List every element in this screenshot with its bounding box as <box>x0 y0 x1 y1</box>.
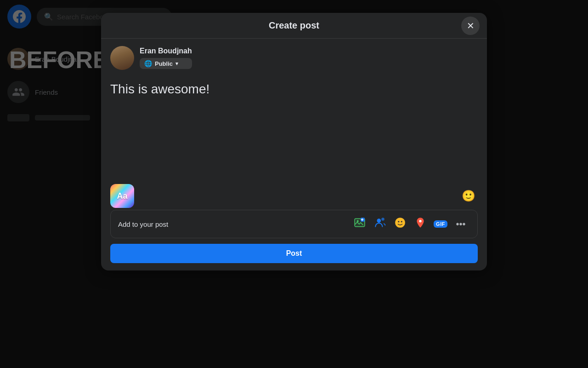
modal-header: Create post ✕ <box>101 13 487 39</box>
post-text: This is awesome! <box>110 77 478 101</box>
photo-video-button[interactable] <box>351 215 369 233</box>
svg-point-6 <box>395 218 405 228</box>
create-post-modal: Create post ✕ Eran Boudjnah 🌐 Public ▾ <box>101 13 487 270</box>
feeling-icon <box>394 217 406 231</box>
add-to-post-bar: Add to your post <box>110 210 478 238</box>
user-avatar <box>110 46 134 70</box>
tag-icon <box>374 217 386 231</box>
post-button[interactable]: Post <box>110 244 478 263</box>
post-content-area[interactable]: This is awesome! <box>110 77 478 180</box>
user-name: Eran Boudjnah <box>140 47 192 55</box>
user-row: Eran Boudjnah 🌐 Public ▾ <box>110 46 478 70</box>
more-options-button[interactable]: ••• <box>452 215 470 233</box>
svg-point-4 <box>377 218 381 223</box>
emoji-button[interactable]: 🙂 <box>459 187 478 205</box>
modal-title: Create post <box>269 20 319 31</box>
audience-button[interactable]: 🌐 Public ▾ <box>140 58 192 69</box>
photo-icon <box>354 217 366 231</box>
feeling-button[interactable] <box>391 215 409 233</box>
gif-button[interactable]: GIF <box>431 215 450 233</box>
location-button[interactable] <box>411 215 430 233</box>
gif-icon: GIF <box>434 220 447 228</box>
add-to-post-label: Add to your post <box>118 220 168 228</box>
location-icon <box>414 217 426 231</box>
svg-point-7 <box>398 221 399 222</box>
modal-body: Eran Boudjnah 🌐 Public ▾ This is awesome… <box>101 39 487 270</box>
close-button[interactable]: ✕ <box>461 17 480 35</box>
svg-point-8 <box>401 221 402 222</box>
user-info: Eran Boudjnah 🌐 Public ▾ <box>140 47 192 69</box>
tag-people-button[interactable] <box>371 215 389 233</box>
text-format-button[interactable]: Aa <box>110 184 134 208</box>
svg-point-5 <box>381 218 384 221</box>
user-avatar-image <box>110 46 134 70</box>
text-formatting-row: Aa 🙂 <box>110 180 478 210</box>
add-to-post-icons: GIF ••• <box>351 215 470 233</box>
more-icon: ••• <box>456 219 465 230</box>
chevron-down-icon: ▾ <box>175 61 178 67</box>
audience-label: Public <box>155 60 173 67</box>
modal-overlay: Create post ✕ Eran Boudjnah 🌐 Public ▾ <box>0 0 588 368</box>
svg-point-9 <box>419 220 421 222</box>
globe-icon: 🌐 <box>144 60 152 67</box>
